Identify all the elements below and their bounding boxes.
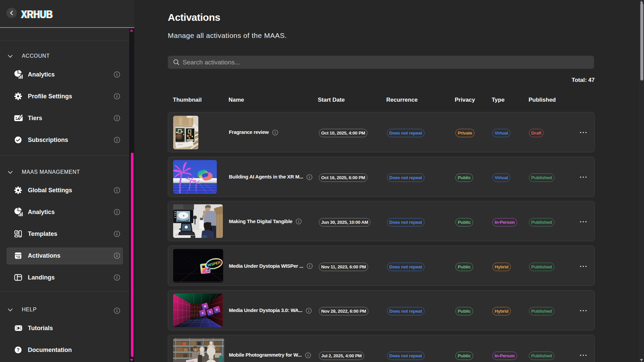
svg-text:?: ? [17, 347, 20, 353]
